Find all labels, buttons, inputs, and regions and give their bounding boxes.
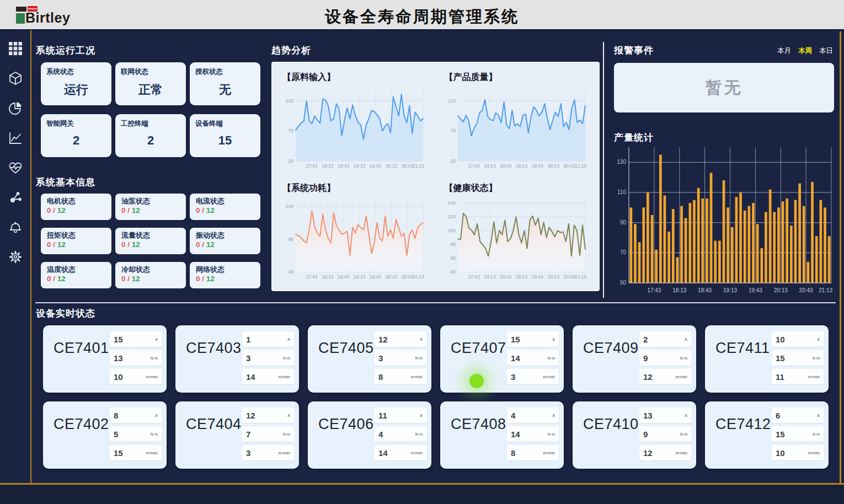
svg-text:19:43: 19:43 [531, 163, 543, 169]
card-label: 油泵状态 [121, 196, 180, 206]
chart-title: 【系统功耗】 [282, 183, 428, 194]
svg-text:19:43: 19:43 [531, 274, 543, 280]
fault-count: 0 / [121, 206, 130, 215]
card-label: 冷却状态 [121, 265, 180, 275]
fault-count: 0 / [121, 275, 130, 283]
pie-chart-icon[interactable] [8, 101, 23, 115]
trend-line-chart: 207012017:4318:1318:4319:1319:4320:1320:… [444, 85, 588, 169]
operation-status-card: 设备终端 15 [190, 114, 260, 157]
torque-value: 15 [776, 353, 785, 363]
device-name: CE7404 [186, 416, 242, 433]
svg-text:19:43: 19:43 [370, 274, 382, 280]
network-nodes-icon[interactable] [8, 190, 23, 205]
device-name: CE7408 [451, 416, 506, 433]
device-card[interactable]: CE7407 15 A 14 N·m 3 m³/min [440, 325, 564, 393]
settings-gear-icon[interactable] [8, 250, 23, 264]
device-card[interactable]: CE7409 2 A 9 N·m 12 m³/min [573, 325, 696, 393]
device-card[interactable]: CE7404 12 A 7 N·m 3 m³/min [175, 401, 299, 469]
trend-charts-panel: 【原料输入】 207012017:4318:1318:4319:1319:432… [271, 62, 600, 291]
flow-unit: m³/min [279, 451, 290, 455]
production-bar-chart: 50709011013017:4318:1318:4319:1319:4320:… [612, 142, 836, 296]
flow-row: 10 m³/min [110, 369, 162, 384]
bell-icon[interactable] [8, 220, 23, 234]
svg-text:21:13: 21:13 [574, 274, 586, 280]
svg-text:18:43: 18:43 [499, 274, 511, 280]
device-metric-rows: 15 A 13 N·m 10 m³/min [110, 331, 162, 384]
card-label: 流量状态 [121, 230, 180, 240]
flow-value: 12 [643, 372, 653, 382]
torque-row: 14 N·m [507, 426, 559, 442]
torque-value: 9 [643, 353, 648, 363]
card-label: 工控终端 [121, 119, 180, 128]
svg-text:20:43: 20:43 [401, 274, 413, 280]
flow-unit: m³/min [676, 375, 687, 379]
svg-text:17:43: 17:43 [306, 163, 318, 169]
operation-card-grid: 系统状态 运行 联网状态 正常 授权状态 无 智能网关 2 工控终端 2 设备终… [41, 62, 260, 157]
flow-row: 15 m³/min [110, 445, 162, 460]
alarm-tab[interactable]: 本周 [798, 46, 812, 56]
current-value: 15 [511, 335, 520, 344]
device-metric-rows: 8 A 5 N·m 15 m³/min [110, 408, 162, 460]
current-value: 12 [378, 335, 388, 344]
flow-unit: m³/min [808, 451, 820, 455]
svg-text:18:43: 18:43 [338, 163, 350, 169]
basic-info-card-grid: 电机状态 0 / 12 油泵状态 0 / 12 电流状态 0 / 12 扭矩状态… [41, 194, 260, 288]
device-card[interactable]: CE7410 13 A 9 N·m 12 m³/min [573, 401, 696, 469]
torque-row: 7 N·m [242, 426, 294, 442]
trend-line-chart: 40608010012014017:4318:1318:4319:1319:43… [444, 196, 588, 280]
svg-text:110: 110 [617, 189, 626, 195]
app-header: Birtley 设备全寿命周期管理系统 [0, 0, 844, 30]
device-card[interactable]: CE7405 12 A 3 N·m 8 m³/min [308, 325, 431, 393]
device-card[interactable]: CE7408 4 A 14 N·m 8 m³/min [440, 401, 564, 469]
svg-text:130: 130 [617, 159, 626, 165]
apps-grid-icon[interactable] [8, 41, 23, 56]
card-label: 联网状态 [121, 67, 180, 77]
current-unit: A [552, 337, 555, 341]
total-count: 12 [132, 240, 140, 249]
torque-unit: N·m [813, 432, 820, 436]
svg-text:40: 40 [450, 269, 456, 275]
current-row: 2 A [639, 331, 691, 347]
total-count: 12 [132, 206, 140, 215]
health-pulse-icon[interactable] [8, 160, 23, 175]
svg-text:19:43: 19:43 [370, 163, 382, 169]
alarm-tab[interactable]: 本月 [777, 46, 791, 56]
card-label: 电机状态 [47, 196, 105, 206]
card-label: 温度状态 [47, 265, 105, 275]
current-unit: A [817, 337, 820, 341]
alarm-tab[interactable]: 本日 [819, 46, 833, 56]
basic-info-section-title: 系统基本信息 [36, 176, 95, 189]
flow-row: 8 m³/min [507, 445, 559, 460]
torque-unit: N·m [283, 356, 290, 360]
card-status: 0 / 12 [121, 240, 180, 249]
current-value: 6 [776, 411, 780, 420]
operation-status-card: 系统状态 运行 [41, 62, 111, 105]
current-value: 8 [114, 411, 118, 420]
svg-text:140: 140 [286, 203, 293, 209]
basic-info-card: 电机状态 0 / 12 [41, 194, 111, 220]
cube-icon[interactable] [8, 71, 23, 85]
torque-value: 5 [114, 430, 118, 439]
device-card[interactable]: CE7411 10 A 15 N·m 11 m³/min [705, 325, 829, 393]
device-card[interactable]: CE7401 15 A 13 N·m 10 m³/min [43, 325, 167, 393]
flow-unit: m³/min [543, 375, 555, 379]
device-card[interactable]: CE7406 11 A 4 N·m 14 m³/min [308, 401, 431, 469]
svg-text:120: 120 [447, 214, 455, 219]
card-value: 2 [46, 133, 106, 148]
device-card[interactable]: CE7403 1 A 3 N·m 14 m³/min [175, 325, 299, 393]
card-status: 0 / 12 [47, 240, 105, 249]
operation-section-title: 系统运行工况 [36, 44, 95, 57]
basic-info-card: 振动状态 0 / 12 [190, 228, 260, 254]
device-metric-rows: 4 A 14 N·m 8 m³/min [507, 408, 559, 460]
trend-section-title: 趋势分析 [271, 44, 311, 57]
device-metric-rows: 12 A 7 N·m 3 m³/min [242, 408, 294, 460]
device-card[interactable]: CE7402 8 A 5 N·m 15 m³/min [43, 401, 167, 469]
total-count: 12 [57, 206, 66, 215]
current-row: 13 A [639, 408, 691, 423]
alarm-section-title: 报警事件 [614, 44, 654, 57]
operation-status-card: 授权状态 无 [190, 62, 260, 105]
device-card[interactable]: CE7412 6 A 15 N·m 10 m³/min [705, 401, 829, 469]
torque-unit: N·m [548, 432, 555, 436]
line-chart-icon[interactable] [8, 131, 23, 145]
svg-text:20:13: 20:13 [547, 274, 559, 280]
